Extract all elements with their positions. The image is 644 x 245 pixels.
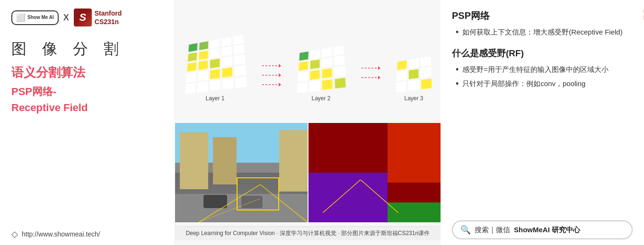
x-separator: X	[63, 13, 69, 23]
bullet-item-1: • 如何获取上下文信息：增大感受野(Receptive Field)	[456, 27, 633, 38]
arrow1	[262, 61, 281, 89]
layer1-label: Layer 1	[205, 95, 224, 102]
bullet-dot-1: •	[456, 27, 459, 38]
arrow2	[362, 61, 380, 89]
svg-marker-3	[279, 64, 281, 68]
section2-title-strong: 什么是感受野	[452, 48, 506, 58]
svg-line-14	[361, 180, 398, 213]
showmeai-logo: ⬜ Show Me AI	[11, 10, 59, 25]
photo-right	[309, 123, 441, 222]
stanford-s-letter: S	[74, 9, 92, 26]
bullet-text-2: 感受野=用于产生特征的输入图像中的区域大小	[462, 64, 609, 75]
logo-row: ⬜ Show Me AI X S StanfordCS231n	[11, 9, 163, 26]
title-sub1: 语义分割算法	[11, 64, 163, 81]
section1-title: PSP网络	[452, 9, 633, 22]
bullet-dot-3: •	[456, 79, 459, 89]
building3	[279, 130, 308, 192]
svg-line-11	[260, 184, 308, 222]
layer3-label: Layer 3	[404, 95, 423, 102]
title-sub3: Receptive Field	[11, 102, 163, 114]
url-row: ◇ http://www.showmeai.tech/	[11, 223, 163, 239]
watermark: ShowMeAI	[636, 0, 644, 22]
right-panel: ShowMeAI PSP网络 • 如何获取上下文信息：增大感受野(Recepti…	[441, 0, 644, 245]
street-scene	[175, 123, 308, 222]
caption-text: Deep Learning for Computer Vision · 深度学习…	[186, 230, 430, 236]
arrow-svg1	[262, 61, 281, 89]
arrow-svg2	[362, 61, 380, 89]
seg-lines	[323, 180, 398, 213]
svg-line-13	[323, 180, 361, 213]
section2-title: 什么是感受野(RF)	[452, 47, 633, 60]
svg-marker-9	[378, 76, 380, 79]
diagram-area: Layer 1	[175, 0, 441, 123]
layer2-grid	[297, 45, 347, 94]
svg-line-10	[199, 184, 260, 222]
search-icon: 🔍	[460, 225, 471, 235]
layer1-grid	[185, 35, 248, 95]
left-panel: ⬜ Show Me AI X S StanfordCS231n 图 像 分 割 …	[0, 0, 175, 245]
layer2-wrapper: Layer 2	[295, 39, 347, 102]
bullet-list-2: • 感受野=用于产生特征的输入图像中的区域大小 • 只针对于局部操作：例如con…	[452, 64, 633, 92]
url-text: http://www.showmeai.tech/	[22, 230, 100, 238]
layer3-grid	[396, 56, 433, 94]
section2-title-suffix: (RF)	[506, 48, 524, 58]
layer1-wrapper: Layer 1	[183, 26, 248, 102]
svg-marker-8	[378, 66, 380, 70]
photo-strip	[175, 123, 441, 226]
bullet-text-3: 只针对于局部操作：例如conv，pooling	[462, 79, 585, 89]
bullet-item-3: • 只针对于局部操作：例如conv，pooling	[456, 79, 633, 89]
bullet-dot-2: •	[456, 64, 459, 75]
building2	[213, 137, 237, 184]
search-brand: ShowMeAI 研究中心	[514, 226, 580, 235]
caption-bar: Deep Learning for Computer Vision · 深度学习…	[175, 226, 441, 240]
bullet-item-2: • 感受野=用于产生特征的输入图像中的区域大小	[456, 64, 633, 75]
title-main: 图 像 分 割	[11, 39, 163, 60]
building1	[180, 132, 208, 189]
bullet-text-1: 如何获取上下文信息：增大感受野(Receptive Field)	[462, 27, 622, 38]
title-sub2: PSP网络-	[11, 85, 163, 99]
seg-dark	[309, 123, 375, 163]
perspective-lines	[175, 184, 308, 222]
seg-scene	[309, 123, 441, 222]
layers-diagram: Layer 1	[183, 26, 433, 102]
layer3-wrapper: Layer 3	[395, 52, 433, 102]
search-label: 搜索｜微信	[475, 226, 510, 235]
seg-red	[388, 123, 441, 183]
svg-marker-5	[279, 83, 281, 87]
stanford-logo: S StanfordCS231n	[74, 9, 122, 26]
svg-marker-4	[279, 73, 281, 77]
search-bar[interactable]: 🔍 搜索｜微信 ShowMeAI 研究中心	[452, 220, 633, 239]
logo-text: Show Me AI	[27, 15, 54, 20]
url-icon: ◇	[11, 229, 18, 239]
photo-left	[175, 123, 308, 222]
middle-panel: Layer 1	[175, 0, 441, 245]
logo-icon: ⬜	[16, 13, 26, 22]
svg-line-12	[199, 199, 260, 222]
bullet-list-1: • 如何获取上下文信息：增大感受野(Receptive Field)	[452, 27, 633, 41]
stanford-name: StanfordCS231n	[95, 9, 122, 26]
layer2-label: Layer 2	[311, 95, 330, 102]
